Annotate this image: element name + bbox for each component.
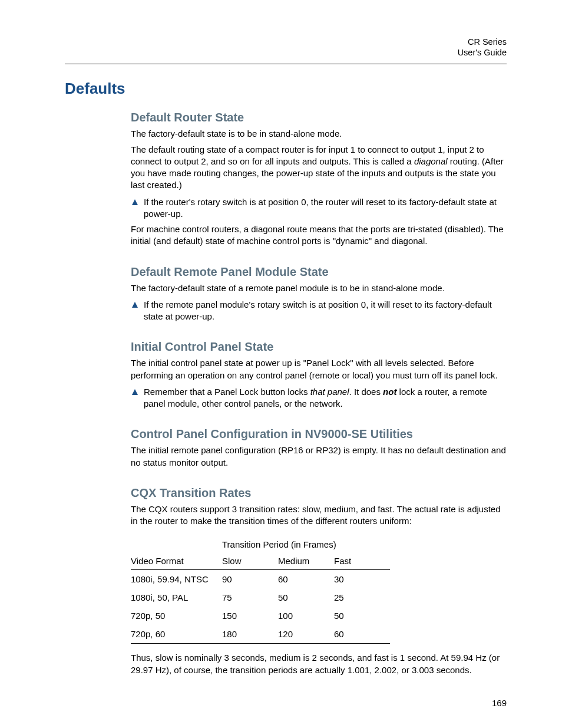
transition-rates-table: Transition Period (in Frames) Video Form…: [131, 535, 390, 644]
section-title: Initial Control Panel State: [131, 340, 507, 354]
section-title: Default Router State: [131, 111, 507, 124]
table-spacer: [131, 535, 222, 552]
text-run: Remember that a Panel Lock button locks: [144, 387, 310, 397]
table-cell: 90: [222, 570, 278, 589]
text-italic: that panel: [310, 387, 349, 397]
body-text: Thus, slow is nominally 3 seconds, mediu…: [131, 652, 507, 676]
section-default-remote-panel: Default Remote Panel Module State The fa…: [131, 265, 507, 323]
note: If the remote panel module's rotary swit…: [131, 299, 507, 323]
table-header: Medium: [278, 552, 334, 570]
table-cell: 50: [334, 607, 390, 625]
table-cell: 120: [278, 625, 334, 644]
table-cell: 60: [278, 570, 334, 589]
triangle-icon: [132, 389, 138, 395]
table-header: Video Format: [131, 552, 222, 570]
table-cell: 75: [222, 588, 278, 607]
table-cell: 60: [334, 625, 390, 644]
table-header: Fast: [334, 552, 390, 570]
body-text: The CQX routers support 3 transition rat…: [131, 503, 507, 528]
table-cell: 1080i, 50, PAL: [131, 588, 222, 607]
header-rule: [65, 64, 507, 64]
body-text: The initial control panel state at power…: [131, 357, 507, 381]
page-number: 169: [492, 698, 507, 708]
table-cell: 1080i, 59.94, NTSC: [131, 570, 222, 589]
body-text: For machine control routers, a diagonal …: [131, 223, 507, 248]
text-bold-italic: not: [383, 387, 396, 397]
running-header: CR Series User's Guide: [65, 37, 507, 58]
note-text: Remember that a Panel Lock button locks …: [144, 386, 507, 410]
page: CR Series User's Guide Defaults Default …: [0, 0, 562, 728]
table-cell: 180: [222, 625, 278, 644]
note-text: If the remote panel module's rotary swit…: [144, 299, 507, 323]
text-run: . It does: [349, 387, 384, 397]
table-row: 720p, 60 180 120 60: [131, 625, 390, 644]
note-text: If the router's rotary switch is at posi…: [144, 196, 507, 220]
table-cell: 25: [334, 588, 390, 607]
table-cell: 720p, 60: [131, 625, 222, 644]
table-row: 720p, 50 150 100 50: [131, 607, 390, 625]
table-row: 1080i, 59.94, NTSC 90 60 30: [131, 570, 390, 589]
table-header: Slow: [222, 552, 278, 570]
table-cell: 30: [334, 570, 390, 589]
section-control-panel-config: Control Panel Configuration in NV9000-SE…: [131, 427, 507, 469]
table-cell: 720p, 50: [131, 607, 222, 625]
section-title: Default Remote Panel Module State: [131, 265, 507, 279]
text-italic: diagonal: [414, 156, 448, 166]
triangle-icon: [132, 199, 138, 205]
section-initial-control-panel: Initial Control Panel State The initial …: [131, 340, 507, 410]
body-text: The initial remote panel configuration (…: [131, 444, 507, 469]
table-super-header: Transition Period (in Frames): [222, 535, 390, 552]
chapter-title: Defaults: [65, 80, 507, 98]
body-text: The default routing state of a compact r…: [131, 144, 507, 192]
triangle-icon: [132, 302, 138, 308]
section-title: Control Panel Configuration in NV9000-SE…: [131, 427, 507, 441]
body-text: The factory-default state is to be in st…: [131, 128, 507, 140]
header-guide: User's Guide: [65, 47, 507, 58]
table-cell: 50: [278, 588, 334, 607]
section-title: CQX Transition Rates: [131, 486, 507, 500]
header-series: CR Series: [65, 37, 507, 47]
note: Remember that a Panel Lock button locks …: [131, 386, 507, 410]
table-row: 1080i, 50, PAL 75 50 25: [131, 588, 390, 607]
note: If the router's rotary switch is at posi…: [131, 196, 507, 220]
body-text: The factory-default state of a remote pa…: [131, 282, 507, 294]
table-cell: 150: [222, 607, 278, 625]
table-cell: 100: [278, 607, 334, 625]
section-cqx-transition-rates: CQX Transition Rates The CQX routers sup…: [131, 486, 507, 676]
section-default-router-state: Default Router State The factory-default…: [131, 111, 507, 247]
